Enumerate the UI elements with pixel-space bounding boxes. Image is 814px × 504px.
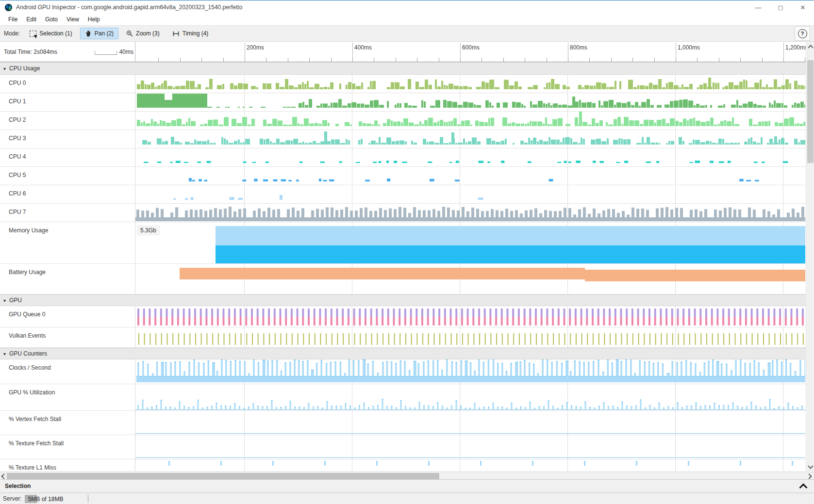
track-label-gpu-utilization[interactable]: GPU % Utilization <box>0 384 135 410</box>
selection-panel-header[interactable]: Selection <box>0 479 814 493</box>
menu-item-edit[interactable]: Edit <box>22 15 41 24</box>
track-label-cpu-1[interactable]: CPU 1 <box>0 93 135 111</box>
track-row-cpu-0: CPU 0 <box>0 75 806 93</box>
track-label-cpu-7[interactable]: CPU 7 <box>0 204 135 222</box>
track-row-texture-l1-miss: % Texture L1 Miss <box>0 459 806 471</box>
title-bar: Android GPU Inspector - com.google.andro… <box>0 0 814 14</box>
cpu-3-track-canvas[interactable] <box>135 130 805 148</box>
help-button[interactable]: ? <box>795 26 810 41</box>
track-row-battery-usage: Battery Usage <box>0 264 806 294</box>
ruler-tick-label: 600ms <box>462 44 480 51</box>
battery-usage-track-canvas[interactable] <box>135 264 805 294</box>
mode-toolbar: Mode: Selection (1)Pan (2)Zoom (3)Timing… <box>0 25 814 42</box>
timeline-tracks: ▾CPU UsageCPU 0CPU 1CPU 2CPU 3CPU 4CPU 5… <box>0 62 806 472</box>
pan-2-mode-button[interactable]: Pan (2) <box>80 28 118 39</box>
vertex-fetch-stall-track-canvas[interactable] <box>135 411 805 435</box>
mode-label: Mode: <box>4 30 20 37</box>
track-label-texture-fetch-stall[interactable]: % Texture Fetch Stall <box>0 435 135 459</box>
vertical-scrollbar[interactable] <box>806 42 814 472</box>
clocks-second-track-canvas[interactable] <box>135 359 805 384</box>
maximize-button[interactable]: ◻ <box>769 0 792 14</box>
ruler-tick-label: 1,200ms <box>785 44 808 51</box>
timing-icon <box>172 31 180 37</box>
menu-item-view[interactable]: View <box>62 15 83 24</box>
toolbar-button-label: Timing (4) <box>183 30 209 37</box>
server-label: Server: <box>3 495 22 502</box>
hand-icon <box>85 30 92 37</box>
section-header-gpu-counters[interactable]: ▾GPU Counters <box>0 348 806 359</box>
section-label: GPU Counters <box>9 350 47 357</box>
zoom-3-mode-button[interactable]: Zoom (3) <box>121 28 165 39</box>
track-row-vulkan-events: Vulkan Events <box>0 327 806 348</box>
cpu-2-track-canvas[interactable] <box>135 112 805 130</box>
window-title: Android GPU Inspector - com.google.andro… <box>16 4 242 11</box>
track-row-vertex-fetch-stall: % Vertex Fetch Stall <box>0 411 806 435</box>
status-bar: Server: 5MB of 18MB <box>0 493 814 504</box>
vulkan-events-track-canvas[interactable] <box>135 327 805 347</box>
section-header-gpu[interactable]: ▾GPU <box>0 294 806 306</box>
chevron-up-icon[interactable] <box>799 484 808 492</box>
ruler-tick-label: 800ms <box>570 44 587 51</box>
collapse-triangle-icon[interactable]: ▾ <box>3 351 6 357</box>
horizontal-scroll-thumb[interactable] <box>7 473 439 479</box>
scroll-down-icon[interactable] <box>808 463 813 469</box>
section-label: CPU Usage <box>9 65 40 72</box>
track-label-cpu-4[interactable]: CPU 4 <box>0 148 135 166</box>
track-label-cpu-5[interactable]: CPU 5 <box>0 167 135 185</box>
track-label-vertex-fetch-stall[interactable]: % Vertex Fetch Stall <box>0 411 135 435</box>
texture-fetch-stall-track-canvas[interactable] <box>135 435 805 459</box>
scroll-up-icon[interactable] <box>808 45 813 50</box>
track-label-gpu-queue-0[interactable]: GPU Queue 0 <box>0 306 135 327</box>
scale-bracket-icon <box>95 51 117 55</box>
scroll-left-icon[interactable] <box>1 473 6 479</box>
texture-l1-miss-track-canvas[interactable] <box>135 459 805 471</box>
track-row-memory-usage: Memory Usage5.3Gb <box>0 222 806 264</box>
track-label-memory-usage[interactable]: Memory Usage <box>0 222 135 263</box>
server-memory-progress: 5MB of 18MB <box>25 495 66 503</box>
gpu-utilization-track-canvas[interactable] <box>135 384 805 410</box>
track-label-vulkan-events[interactable]: Vulkan Events <box>0 327 135 347</box>
section-header-cpu-usage[interactable]: ▾CPU Usage <box>0 62 806 75</box>
gpu-queue-0-track-canvas[interactable] <box>135 306 805 327</box>
menu-item-help[interactable]: Help <box>83 15 104 24</box>
track-label-cpu-3[interactable]: CPU 3 <box>0 130 135 148</box>
cpu-0-track-canvas[interactable] <box>135 75 805 93</box>
status-divider <box>88 495 88 503</box>
ruler-tick-label: 1,000ms <box>678 44 700 51</box>
close-button[interactable]: ✕ <box>792 0 814 14</box>
collapse-triangle-icon[interactable]: ▾ <box>3 298 6 303</box>
track-row-cpu-2: CPU 2 <box>0 112 806 130</box>
track-row-gpu-queue-0: GPU Queue 0 <box>0 306 806 327</box>
track-row-cpu-1: CPU 1 <box>0 93 806 112</box>
timeline-ruler[interactable]: 200ms400ms600ms800ms1,000ms1,200ms Total… <box>0 42 806 62</box>
track-label-battery-usage[interactable]: Battery Usage <box>0 264 135 294</box>
track-row-gpu-utilization: GPU % Utilization <box>0 384 806 411</box>
track-label-cpu-2[interactable]: CPU 2 <box>0 112 135 130</box>
cpu-6-track-canvas[interactable] <box>135 185 805 203</box>
cpu-7-track-canvas[interactable] <box>135 204 805 222</box>
menu-item-file[interactable]: File <box>4 15 22 24</box>
collapse-triangle-icon[interactable]: ▾ <box>3 66 6 71</box>
toolbar-button-label: Zoom (3) <box>136 30 160 37</box>
scroll-right-icon[interactable] <box>806 473 812 479</box>
track-label-texture-l1-miss[interactable]: % Texture L1 Miss <box>0 459 135 471</box>
horizontal-scrollbar[interactable] <box>0 472 814 479</box>
ruler-left-cell: Total Time: 2s084ms 40ms <box>0 42 135 62</box>
minimize-button[interactable]: — <box>747 0 769 14</box>
memory-usage-track-canvas[interactable] <box>135 222 805 263</box>
cpu-5-track-canvas[interactable] <box>135 167 805 185</box>
track-row-cpu-3: CPU 3 <box>0 130 806 148</box>
help-icon: ? <box>798 29 807 38</box>
app-logo-icon <box>5 4 12 11</box>
cpu-4-track-canvas[interactable] <box>135 148 805 166</box>
track-label-cpu-6[interactable]: CPU 6 <box>0 185 135 203</box>
toolbar-button-label: Pan (2) <box>95 30 114 37</box>
selection-1-mode-button[interactable]: Selection (1) <box>25 28 77 39</box>
cpu-1-track-canvas[interactable] <box>135 93 805 111</box>
track-label-cpu-0[interactable]: CPU 0 <box>0 75 135 93</box>
ruler-tick-label: 400ms <box>354 44 372 51</box>
timing-4-mode-button[interactable]: Timing (4) <box>167 28 214 39</box>
menu-item-goto[interactable]: Goto <box>41 15 62 24</box>
vertical-scroll-thumb[interactable] <box>807 60 814 163</box>
track-label-clocks-second[interactable]: Clocks / Second <box>0 359 135 384</box>
